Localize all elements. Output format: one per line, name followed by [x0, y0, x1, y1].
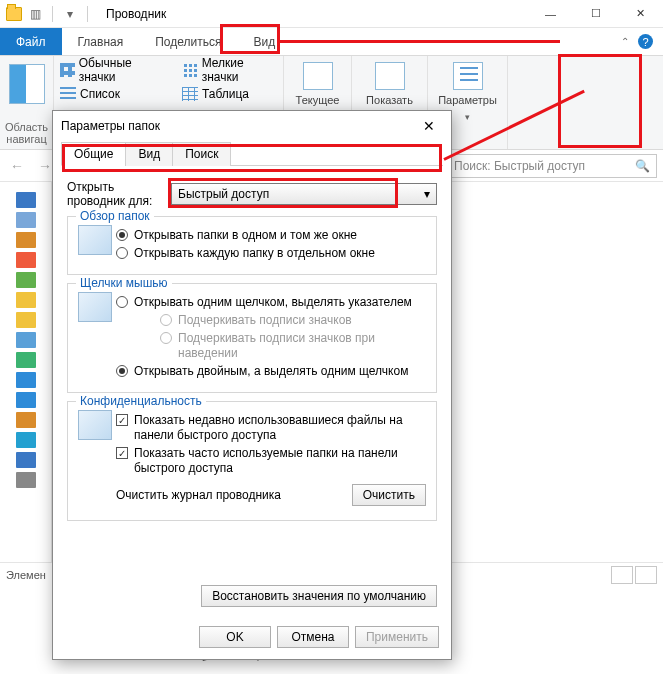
search-placeholder: Поиск: Быстрый доступ — [454, 159, 585, 173]
sidebar-item[interactable] — [16, 232, 36, 248]
search-icon: 🔍 — [635, 159, 650, 173]
sidebar-item[interactable] — [16, 192, 36, 208]
options-icon — [453, 62, 483, 90]
qat-dropdown-icon[interactable]: ▾ — [61, 5, 79, 23]
search-input[interactable]: Поиск: Быстрый доступ 🔍 — [447, 154, 657, 178]
collapse-ribbon-icon[interactable]: ⌃ — [621, 36, 629, 47]
open-for-select[interactable]: Быстрый доступ ▾ — [171, 183, 437, 205]
radio-double-click[interactable]: Открывать двойным, а выделять одним щелч… — [116, 364, 426, 379]
file-tab[interactable]: Файл — [0, 28, 62, 55]
checkbox-list-icon — [375, 62, 405, 90]
restore-defaults-button[interactable]: Восстановить значения по умолчанию — [201, 585, 437, 607]
status-text: Элемен — [6, 569, 46, 581]
highlight-connector — [280, 40, 560, 43]
help-icon[interactable]: ? — [638, 34, 653, 49]
radio-same-window[interactable]: Открывать папки в одном и том же окне — [116, 228, 426, 243]
tab-view[interactable]: Вид — [125, 142, 173, 166]
sidebar-item[interactable] — [16, 432, 36, 448]
tab-general[interactable]: Общие — [61, 142, 126, 166]
sidebar-item[interactable] — [16, 452, 36, 468]
back-button[interactable]: ← — [6, 155, 28, 177]
navigation-pane-icon[interactable] — [9, 64, 45, 104]
cancel-button[interactable]: Отмена — [277, 626, 349, 648]
sidebar-item[interactable] — [16, 392, 36, 408]
tab-share[interactable]: Поделиться — [139, 28, 237, 55]
folder-options-dialog: Параметры папок ✕ Общие Вид Поиск Открыт… — [52, 110, 452, 660]
chevron-down-icon: ▾ — [424, 187, 430, 201]
radio-single-click[interactable]: Открывать одним щелчком, выделять указат… — [116, 295, 426, 310]
maximize-button[interactable]: ☐ — [573, 0, 618, 28]
qat-properties-icon[interactable]: ▥ — [26, 5, 44, 23]
radio-new-window[interactable]: Открывать каждую папку в отдельном окне — [116, 246, 426, 261]
cursor-icon — [78, 292, 112, 322]
layout-medium-icons[interactable]: Обычные значкиМелкие значки — [60, 60, 277, 80]
dialog-close-button[interactable]: ✕ — [415, 115, 443, 137]
radio-underline-always: Подчеркивать подписи значков — [160, 313, 426, 328]
open-for-label: Открыть проводник для: — [67, 180, 163, 208]
radio-underline-hover: Подчеркивать подписи значков при наведен… — [160, 331, 426, 361]
sidebar-item[interactable] — [16, 372, 36, 388]
sidebar-item[interactable] — [16, 252, 36, 268]
sidebar-item[interactable] — [16, 312, 36, 328]
tab-home[interactable]: Главная — [62, 28, 140, 55]
browse-icon — [78, 225, 112, 255]
sidebar-item[interactable] — [16, 332, 36, 348]
minimize-button[interactable]: ― — [528, 0, 573, 28]
privacy-group: Конфиденциальность Показать недавно испо… — [67, 401, 437, 521]
apply-button[interactable]: Применить — [355, 626, 439, 648]
sidebar-item[interactable] — [16, 412, 36, 428]
close-button[interactable]: ✕ — [618, 0, 663, 28]
sidebar-item[interactable] — [16, 212, 36, 228]
columns-icon — [303, 62, 333, 90]
navigation-pane-label: Область навигац — [5, 119, 48, 145]
clear-history-button[interactable]: Очистить — [352, 484, 426, 506]
layout-list[interactable]: СписокТаблица — [60, 84, 277, 104]
browse-folders-group: Обзор папок Открывать папки в одном и то… — [67, 216, 437, 275]
dialog-title: Параметры папок — [61, 119, 160, 133]
sidebar-item[interactable] — [16, 472, 36, 488]
privacy-icon — [78, 410, 112, 440]
window-title: Проводник — [106, 7, 166, 21]
check-recent-files[interactable]: Показать недавно использовавшиеся файлы … — [116, 413, 426, 443]
title-bar: ▥ ▾ Проводник ― ☐ ✕ — [0, 0, 663, 28]
sidebar-item[interactable] — [16, 272, 36, 288]
sidebar-item[interactable] — [16, 352, 36, 368]
tab-search[interactable]: Поиск — [172, 142, 231, 166]
click-behavior-group: Щелчки мышью Открывать одним щелчком, вы… — [67, 283, 437, 393]
clear-history-label: Очистить журнал проводника — [116, 488, 344, 502]
nav-sidebar — [0, 182, 52, 562]
sidebar-item[interactable] — [16, 292, 36, 308]
ok-button[interactable]: OK — [199, 626, 271, 648]
check-frequent-folders[interactable]: Показать часто используемые папки на пан… — [116, 446, 426, 476]
app-icon — [6, 7, 22, 21]
